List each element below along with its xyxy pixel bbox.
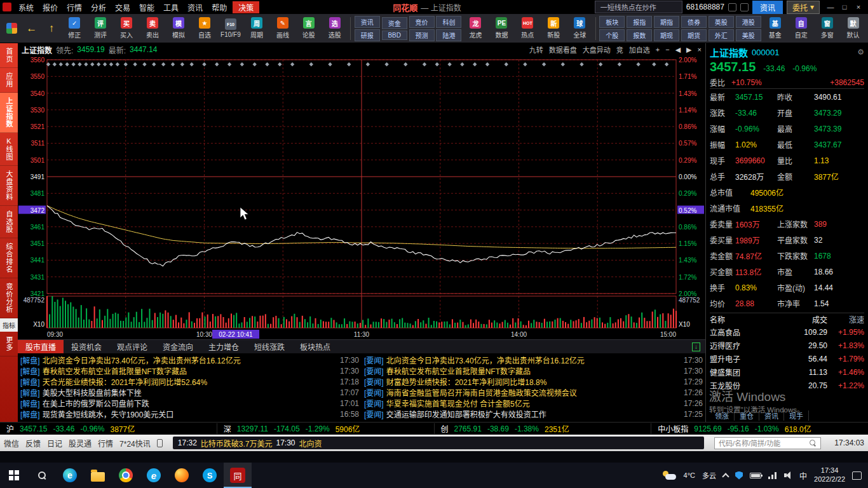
news-button[interactable]: 资讯 — [752, 1, 783, 14]
chart-control-九转[interactable]: 九转 — [529, 44, 543, 55]
notification-center-icon[interactable] — [852, 471, 862, 480]
close-button[interactable]: × — [851, 3, 865, 11]
menu-报价[interactable]: 报价 — [38, 2, 62, 13]
toolbar-基金[interactable]: 基基金 — [763, 17, 787, 39]
status-link-反馈[interactable]: 反馈 — [25, 438, 41, 449]
quote-tab-现手[interactable]: 现手 — [784, 410, 809, 421]
toolbar-期现[interactable]: 期现 — [654, 29, 679, 41]
taskbar-clock[interactable]: 17:34 2022/2/22 — [814, 466, 845, 484]
news-tab-资金流向[interactable]: 资金流向 — [155, 340, 201, 353]
search-button[interactable] — [28, 463, 56, 488]
menu-帮助[interactable]: 帮助 — [207, 2, 231, 13]
quote-tab-领涨[interactable]: 领涨 — [710, 410, 735, 421]
app-grid-button[interactable] — [3, 23, 21, 34]
toolbar-测评[interactable]: 评测评 — [88, 17, 113, 39]
weather-icon[interactable] — [663, 471, 677, 480]
sidebar-item-上证指数[interactable]: 上证指数 — [0, 93, 18, 133]
zoom-out-icon[interactable]: − — [665, 46, 669, 53]
index-创[interactable]: 创2765.91-38.69-1.38%2351亿 — [434, 423, 651, 434]
toolbar-画线[interactable]: ✎画线 — [270, 17, 295, 39]
index-深[interactable]: 深13297.11-174.05-1.29%5906亿 — [217, 423, 434, 434]
toolbar-预测[interactable]: 预测 — [409, 29, 435, 41]
toolbar-热点[interactable]: HOT热点 — [515, 17, 540, 39]
toolbar-报数[interactable]: 报数 — [627, 29, 652, 41]
table-row[interactable]: 玉龙股份20.75+1.22% — [710, 379, 864, 392]
toolbar-自选[interactable]: ★自选 — [193, 17, 217, 39]
toolbar-债券[interactable]: 债券 — [681, 16, 707, 28]
news-item[interactable]: [要闻]北向资金今日净卖出73.40亿元，净卖出贵州茅台16.12亿元17:30 — [364, 355, 703, 365]
table-row[interactable]: 盟升电子56.44+1.79% — [710, 352, 864, 365]
sidebar-item-自选股[interactable]: 自选股 — [0, 206, 18, 238]
news-tab-主力增仓[interactable]: 主力增仓 — [201, 340, 247, 353]
toolbar-报指[interactable]: 报指 — [627, 16, 652, 28]
toolbar-期货[interactable]: 期货 — [681, 29, 707, 41]
back-button[interactable]: ← — [22, 22, 41, 35]
next-icon[interactable]: ▶ — [686, 46, 691, 54]
quote-tab-重仓[interactable]: 重仓 — [735, 410, 759, 421]
up-button[interactable]: ↑ — [42, 22, 60, 35]
maximize-button[interactable]: □ — [837, 3, 851, 11]
prev-icon[interactable]: ◀ — [675, 46, 681, 54]
folder-button[interactable] — [84, 463, 112, 488]
battery-icon[interactable] — [750, 473, 761, 478]
phone-icon[interactable] — [157, 439, 163, 447]
trade-button[interactable]: 委托 ▾ — [787, 1, 820, 14]
toolbar-模拟[interactable]: 模模拟 — [166, 17, 191, 39]
toolbar-竞价[interactable]: 竞价 — [409, 16, 435, 28]
table-row[interactable]: 迈得医疗29.50+1.83% — [710, 339, 864, 352]
toolbar-期指[interactable]: 期指 — [654, 16, 679, 28]
close-icon[interactable]: × — [698, 46, 702, 53]
toolbar-全球[interactable]: 球全球 — [567, 17, 592, 39]
toolbar-买入[interactable]: 买买入 — [114, 17, 139, 39]
download-icon[interactable]: ↓ — [692, 342, 700, 351]
toolbar-外汇[interactable]: 外汇 — [709, 29, 734, 41]
toolbar-陆港[interactable]: 陆港 — [436, 29, 461, 41]
toolbar-美股[interactable]: 美股 — [736, 29, 761, 41]
toolbar-科创[interactable]: 科创 — [436, 16, 461, 28]
news-item[interactable]: [解盘]天合光能业绩快报：2021年净利润同比增52.64%17:18 — [20, 376, 359, 387]
toolbar-多窗[interactable]: 窗多窗 — [815, 17, 839, 39]
sidebar-item-应用[interactable]: 应用 — [0, 68, 18, 93]
status-link-微信[interactable]: 微信 — [4, 438, 19, 449]
news-item[interactable]: [要闻]财富趋势业绩快报：2021年净利润同比增18.8%17:29 — [364, 376, 703, 387]
sidebar-item-more[interactable]: 更多 — [0, 332, 18, 356]
news-tab-观点评论[interactable]: 观点评论 — [109, 340, 155, 353]
chart-control-加自选[interactable]: 加自选 — [629, 44, 650, 55]
chart-control-大盘异动[interactable]: 大盘异动 — [583, 44, 611, 55]
news-item[interactable]: [解盘]现货黄金短线跳水，失守1900美元关口16:58 — [20, 409, 359, 419]
menu-资讯[interactable]: 资讯 — [183, 2, 207, 13]
news-tab-短线涨跌[interactable]: 短线涨跌 — [247, 340, 292, 353]
start-button[interactable] — [0, 463, 28, 488]
sidebar-item-K线图[interactable]: K线图 — [0, 133, 18, 166]
input-language-indicator[interactable]: 中 — [799, 470, 807, 481]
news-ticker[interactable]: 17:32比特币跌破3.7万美元17:30北向资 — [173, 437, 704, 449]
hot-search-box[interactable]: 一短线热点在炒作 — [595, 1, 682, 13]
toolbar-港股[interactable]: 港股 — [736, 16, 761, 28]
edge-button[interactable]: e — [56, 463, 84, 488]
network-icon[interactable] — [768, 472, 777, 479]
code-search-box[interactable]: 代码/名称/简拼/功能 — [714, 437, 821, 449]
toolbar-卖出[interactable]: 卖卖出 — [140, 17, 165, 39]
toolbar-资金[interactable]: 资金 — [382, 17, 407, 29]
refresh-icon[interactable] — [740, 3, 749, 11]
menu-系统[interactable]: 系统 — [14, 2, 38, 13]
message-icon[interactable] — [728, 3, 736, 11]
toolbar-周期[interactable]: 周周期 — [244, 17, 269, 39]
menu-工具[interactable]: 工具 — [159, 2, 183, 13]
news-tab-板块热点[interactable]: 板块热点 — [292, 340, 338, 353]
weather-desc[interactable]: 多云 — [702, 470, 716, 480]
intraday-chart[interactable]: 35602.00%35501.71%35401.43%35301.14%3521… — [18, 56, 705, 339]
news-item[interactable]: [解盘]北向资金今日净卖出73.40亿元，净卖出贵州茅台16.12亿元17:30 — [20, 355, 359, 365]
status-link-日记[interactable]: 日记 — [47, 438, 62, 449]
volume-icon[interactable] — [784, 471, 792, 479]
toolbar-资讯[interactable]: 资讯 — [355, 16, 380, 28]
toolbar-默认[interactable]: 默默认 — [841, 17, 865, 39]
toolbar-英股[interactable]: 英股 — [709, 16, 734, 28]
gear-icon[interactable]: ⚙ — [857, 48, 864, 57]
indicator-tab[interactable]: 指标 — [0, 318, 18, 332]
stockapp-button[interactable]: 同 — [224, 463, 252, 488]
news-item[interactable]: [要闻]交通运输部印发通知部署积极扩大有效投资工作17:25 — [364, 409, 703, 419]
toolbar-论股[interactable]: 言论股 — [296, 17, 321, 39]
sidebar-item-竞价分析[interactable]: 竞价分析 — [0, 278, 18, 318]
zoom-in-icon[interactable]: + — [656, 46, 660, 53]
